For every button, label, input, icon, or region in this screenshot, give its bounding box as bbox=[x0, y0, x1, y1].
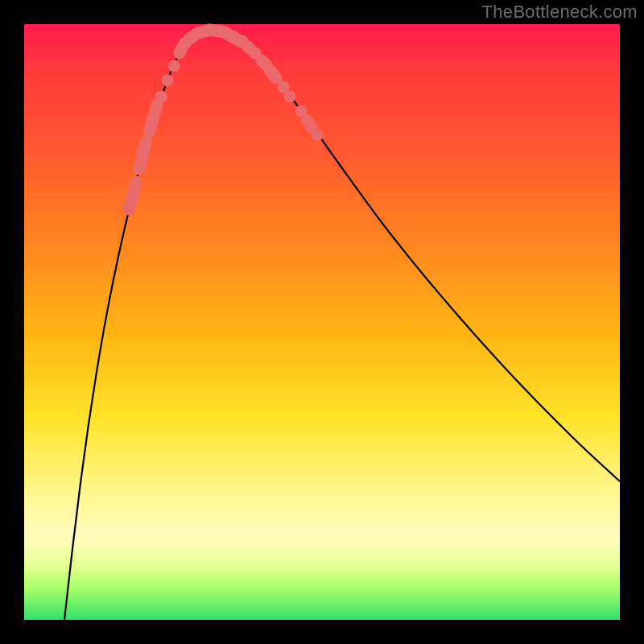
marker-dot bbox=[244, 43, 256, 55]
marker-dot bbox=[180, 38, 192, 50]
chart-plot-area bbox=[24, 24, 620, 620]
curve-svg bbox=[24, 24, 620, 620]
marker-dot bbox=[147, 112, 159, 124]
marker-dot bbox=[162, 75, 174, 87]
chart-frame: TheBottleneck.com bbox=[0, 0, 644, 644]
marker-dots-group bbox=[123, 25, 324, 216]
marker-pill bbox=[270, 70, 276, 78]
marker-dot bbox=[312, 130, 324, 142]
marker-dot bbox=[168, 60, 180, 72]
marker-dot bbox=[214, 25, 226, 37]
marker-dot bbox=[129, 184, 141, 196]
marker-dot bbox=[284, 91, 296, 103]
marker-dot bbox=[196, 27, 208, 39]
watermark-text: TheBottleneck.com bbox=[482, 2, 638, 23]
marker-dot bbox=[155, 91, 167, 103]
marker-pill bbox=[262, 60, 266, 64]
marker-dot bbox=[123, 204, 135, 216]
marker-dot bbox=[138, 147, 150, 159]
